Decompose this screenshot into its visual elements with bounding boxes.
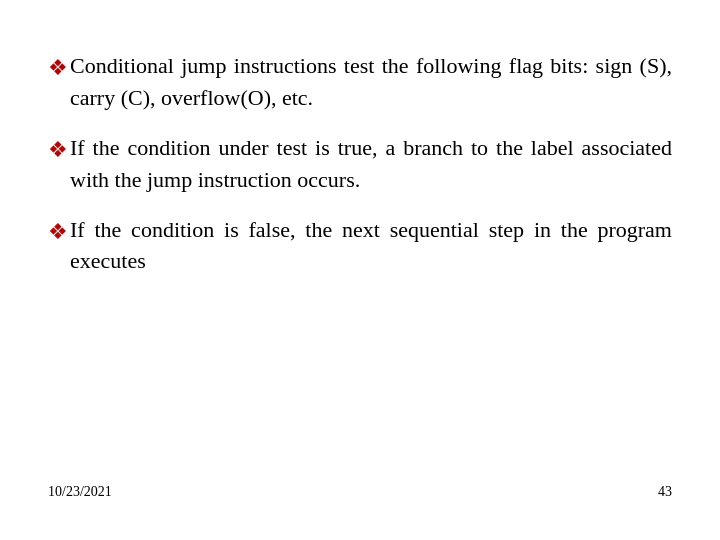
bullet-diamond-1: ❖ — [48, 52, 68, 84]
content-area: ❖ Conditional jump instructions test the… — [48, 50, 672, 474]
bullet-diamond-3: ❖ — [48, 216, 68, 248]
slide-footer: 10/23/2021 43 — [48, 474, 672, 500]
bullet-item-3: ❖ If the condition is false, the next se… — [48, 214, 672, 278]
footer-page: 43 — [658, 484, 672, 500]
slide-container: ❖ Conditional jump instructions test the… — [0, 0, 720, 540]
bullet-diamond-2: ❖ — [48, 134, 68, 166]
bullet-item-1: ❖ Conditional jump instructions test the… — [48, 50, 672, 114]
bullet-item-2: ❖ If the condition under test is true, a… — [48, 132, 672, 196]
bullet-text-1: Conditional jump instructions test the f… — [70, 50, 672, 114]
bullet-text-2: If the condition under test is true, a b… — [70, 132, 672, 196]
bullet-text-3: If the condition is false, the next sequ… — [70, 214, 672, 278]
footer-date: 10/23/2021 — [48, 484, 112, 500]
